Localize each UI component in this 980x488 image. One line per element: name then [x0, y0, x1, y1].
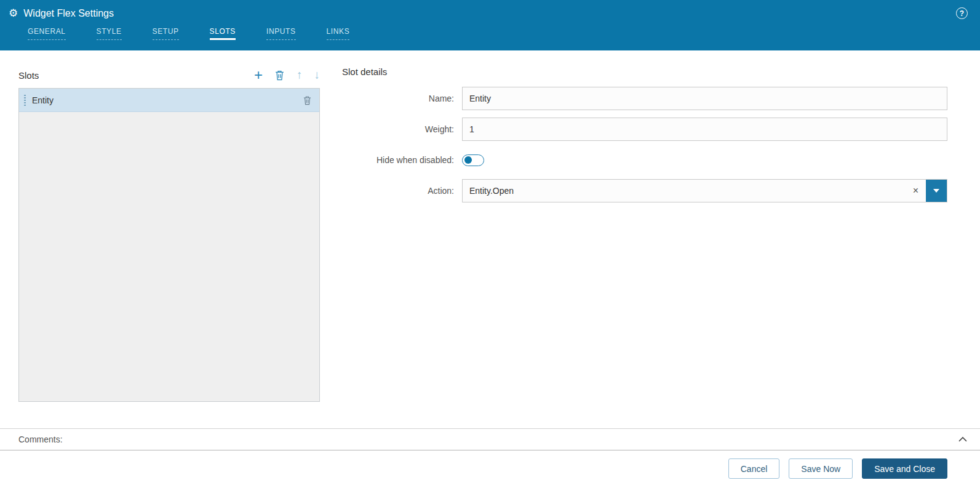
- comments-label: Comments:: [18, 434, 63, 444]
- slot-details-title: Slot details: [342, 66, 947, 77]
- save-now-button[interactable]: Save Now: [789, 458, 853, 479]
- save-and-close-button[interactable]: Save and Close: [862, 458, 947, 479]
- add-slot-button[interactable]: +: [254, 69, 263, 81]
- delete-slot-item-button[interactable]: [303, 95, 312, 105]
- slots-list: Entity: [18, 88, 320, 402]
- action-label: Action:: [342, 186, 462, 196]
- clear-icon: ×: [913, 185, 918, 196]
- tab-slots[interactable]: SLOTS: [210, 27, 236, 40]
- tab-inputs[interactable]: INPUTS: [266, 27, 296, 40]
- footer-actions: Cancel Save Now Save and Close: [0, 450, 980, 488]
- cancel-button[interactable]: Cancel: [728, 458, 780, 479]
- clear-action-button[interactable]: ×: [906, 180, 926, 202]
- name-label: Name:: [342, 94, 462, 103]
- name-row: Name:: [342, 87, 947, 110]
- trash-icon: [274, 70, 285, 81]
- help-icon[interactable]: ?: [956, 7, 968, 19]
- weight-row: Weight:: [342, 118, 947, 141]
- chevron-up-icon: [958, 436, 968, 442]
- toggle-knob: [464, 156, 472, 164]
- weight-label: Weight:: [342, 124, 462, 134]
- arrow-down-icon: ↓: [314, 69, 321, 81]
- tab-bar: GENERAL STYLE SETUP SLOTS INPUTS LINKS: [0, 27, 980, 40]
- tab-setup[interactable]: SETUP: [153, 27, 179, 40]
- action-combobox[interactable]: Entity.Open ×: [462, 179, 947, 202]
- hide-when-disabled-label: Hide when disabled:: [342, 155, 462, 165]
- hide-when-disabled-toggle[interactable]: [462, 154, 484, 166]
- action-row: Action: Entity.Open ×: [342, 179, 947, 202]
- trash-icon: [303, 95, 312, 105]
- name-field[interactable]: [462, 87, 947, 110]
- slot-details-panel: Slot details Name: Weight: Hide when dis…: [342, 66, 947, 402]
- comments-section: Comments:: [0, 428, 980, 450]
- slots-panel-title: Slots: [18, 70, 39, 81]
- delete-slot-button[interactable]: [274, 70, 285, 81]
- list-item[interactable]: Entity: [19, 89, 319, 112]
- tab-style[interactable]: STYLE: [97, 27, 122, 40]
- action-dropdown-button[interactable]: [926, 180, 947, 202]
- page-title: Widget Flex Settings: [23, 8, 114, 19]
- gear-icon: ⚙: [9, 8, 18, 18]
- collapse-comments-button[interactable]: [958, 436, 968, 442]
- hide-when-disabled-row: Hide when disabled:: [342, 148, 947, 172]
- tab-general[interactable]: GENERAL: [28, 27, 66, 40]
- slots-panel: Slots + ↑ ↓ Ent: [18, 66, 320, 402]
- plus-icon: +: [254, 69, 263, 81]
- title-bar: ⚙ Widget Flex Settings ? GENERAL STYLE S…: [0, 0, 980, 50]
- bottom-bar: Comments: Cancel Save Now Save and Close: [0, 428, 980, 488]
- action-value[interactable]: Entity.Open: [463, 180, 906, 202]
- move-up-button[interactable]: ↑: [297, 69, 303, 81]
- arrow-up-icon: ↑: [297, 69, 303, 81]
- slot-item-label: Entity: [32, 95, 54, 105]
- main-content: Slots + ↑ ↓ Ent: [0, 50, 980, 402]
- chevron-down-icon: [933, 189, 939, 193]
- drag-handle-icon[interactable]: [24, 95, 26, 106]
- tab-links[interactable]: LINKS: [327, 27, 350, 40]
- weight-field[interactable]: [462, 118, 947, 141]
- move-down-button[interactable]: ↓: [314, 69, 321, 81]
